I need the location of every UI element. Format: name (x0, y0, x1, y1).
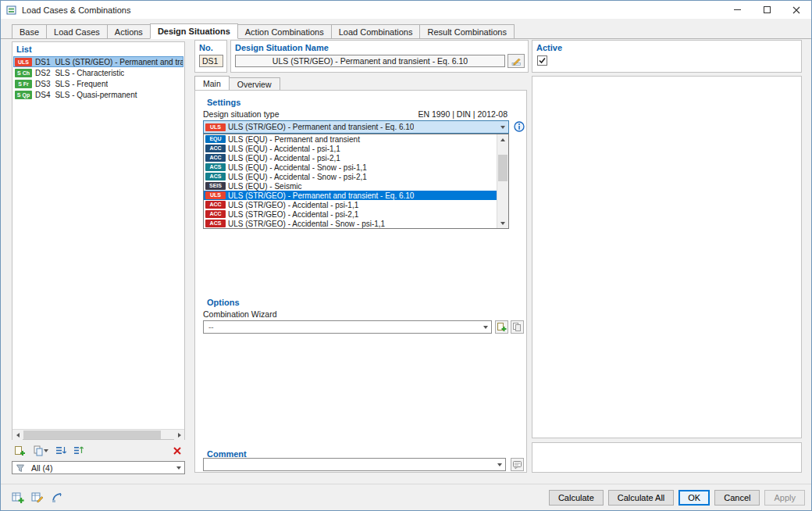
dropdown-option-3[interactable]: ACCULS (EQU) - Accidental - psi-2,1 (204, 153, 497, 163)
scroll-left-button[interactable] (12, 430, 23, 440)
design-situation-name-input[interactable]: ULS (STR/GEO) - Permanent and transient … (235, 55, 505, 67)
item-label: SLS - Characteristic (55, 69, 124, 77)
dropdown-option-6[interactable]: SEISULS (EQU) - Seismic (204, 181, 497, 191)
settings-header: Settings (203, 95, 240, 107)
vertical-scroll-thumb[interactable] (498, 155, 508, 181)
close-button[interactable] (782, 1, 811, 19)
active-box: Active (532, 40, 802, 73)
dropdown-option-9[interactable]: ACCULS (STR/GEO) - Accidental - psi-2,1 (204, 209, 497, 219)
tab-base[interactable]: Base (12, 24, 47, 38)
horizontal-scroll-thumb[interactable] (23, 431, 161, 439)
list-item-ds2[interactable]: S ChDS2SLS - Characteristic (13, 67, 183, 78)
dropdown-option-8[interactable]: ACCULS (STR/GEO) - Accidental - psi-1,1 (204, 200, 497, 209)
option-badge: ACS (205, 220, 226, 227)
list-filter-combo[interactable]: All (4) (12, 461, 185, 474)
maximize-button[interactable] (752, 1, 782, 19)
add-table-icon (11, 491, 25, 505)
tab-load-combinations[interactable]: Load Combinations (331, 24, 421, 38)
no-field[interactable]: DS1 (199, 55, 223, 67)
comment-options-button[interactable] (511, 458, 524, 471)
dropdown-scrollbar[interactable] (497, 134, 508, 228)
info-button[interactable] (514, 121, 525, 132)
tab-load-cases[interactable]: Load Cases (46, 24, 108, 38)
renumber-items-button[interactable] (71, 443, 87, 459)
dropdown-option-1[interactable]: EQUULS (EQU) - Permanent and transient (204, 134, 497, 144)
add-table-button[interactable] (10, 490, 26, 506)
design-situation-list: ULSDS1ULS (STR/GEO) - Permanent and tran… (13, 56, 183, 428)
scroll-up-button[interactable] (497, 134, 508, 145)
new-combination-wizard-button[interactable] (495, 320, 508, 334)
app-icon (6, 5, 17, 16)
item-no: DS1 (35, 58, 50, 66)
pencil-icon (511, 56, 522, 66)
list-item-ds3[interactable]: S FrDS3SLS - Frequent (13, 78, 183, 89)
tab-result-combinations[interactable]: Result Combinations (419, 24, 515, 38)
new-item-button[interactable] (12, 443, 27, 459)
filter-value: All (4) (31, 463, 176, 473)
dropdown-option-2[interactable]: ACCULS (EQU) - Accidental - psi-1,1 (204, 144, 497, 153)
calculate-all-button[interactable]: Calculate All (608, 490, 675, 506)
cancel-button[interactable]: Cancel (714, 490, 760, 506)
tab-action-combinations[interactable]: Action Combinations (237, 24, 332, 38)
category-badge: S Qp (15, 91, 32, 99)
subtab-main[interactable]: Main (194, 76, 230, 90)
preview-panel (532, 76, 802, 438)
type-dropdown-list: EQUULS (EQU) - Permanent and transientAC… (203, 134, 509, 229)
edit-list-button[interactable] (30, 490, 45, 506)
delete-icon (173, 446, 182, 456)
copy-item-button[interactable] (30, 443, 51, 459)
dropdown-option-5[interactable]: ACSULS (EQU) - Accidental - Snow - psi-2… (204, 172, 497, 181)
settings-icon (50, 491, 64, 505)
active-checkbox[interactable] (537, 55, 547, 66)
rename-button[interactable] (508, 54, 525, 68)
no-label: No. (195, 41, 226, 52)
arrow-right-icon (178, 433, 181, 438)
comment-header: Comment (203, 447, 247, 459)
list-item-ds4[interactable]: S QpDS4SLS - Quasi-permanent (13, 89, 183, 100)
option-label: ULS (EQU) - Accidental - psi-2,1 (228, 154, 340, 163)
item-no: DS3 (35, 80, 50, 88)
info-icon (514, 121, 525, 132)
tab-bar: BaseLoad CasesActionsDesign SituationsAc… (1, 23, 811, 39)
item-label: ULS (STR/GEO) - Permanent and transient … (55, 58, 183, 66)
design-situation-type-label: Design situation type (203, 109, 279, 119)
dropdown-option-10[interactable]: ACSULS (STR/GEO) - Accidental - Snow - p… (204, 219, 497, 228)
subtab-overview[interactable]: Overview (229, 77, 280, 90)
titlebar: Load Cases & Combinations (1, 1, 811, 19)
chevron-down-icon (497, 463, 502, 466)
wizard-combo-value: -- (208, 323, 214, 331)
scroll-down-button[interactable] (497, 218, 508, 228)
option-label: ULS (EQU) - Permanent and transient (228, 135, 360, 144)
maximize-icon (764, 6, 771, 13)
name-label: Design Situation Name (231, 41, 528, 52)
ok-button[interactable]: OK (678, 490, 710, 506)
checkmark-icon (538, 56, 547, 65)
minimize-button[interactable] (722, 1, 752, 19)
calculate-button[interactable]: Calculate (549, 490, 604, 506)
sort-items-button[interactable] (53, 443, 69, 459)
footer-bar: CalculateCalculate AllOKCancelApply (1, 484, 811, 510)
tab-actions[interactable]: Actions (107, 24, 151, 38)
design-situation-type-combo[interactable]: ULS ULS (STR/GEO) - Permanent and transi… (203, 120, 509, 134)
renumber-icon (73, 445, 85, 457)
edit-combination-wizard-button[interactable] (511, 320, 524, 334)
settings-button[interactable] (49, 490, 65, 506)
active-label: Active (532, 41, 801, 52)
combination-wizard-combo[interactable]: -- (203, 320, 492, 334)
tab-design-situations[interactable]: Design Situations (150, 23, 238, 39)
option-label: ULS (STR/GEO) - Permanent and transient … (228, 191, 414, 200)
type-badge: ULS (205, 123, 226, 131)
dropdown-option-4[interactable]: ACSULS (EQU) - Accidental - Snow - psi-1… (204, 163, 497, 172)
comment-combo[interactable] (203, 458, 506, 471)
list-item-ds1[interactable]: ULSDS1ULS (STR/GEO) - Permanent and tran… (13, 56, 183, 67)
option-badge: ACS (205, 173, 226, 180)
scroll-right-button[interactable] (174, 430, 184, 440)
option-badge: ACC (205, 154, 226, 162)
delete-item-button[interactable] (169, 443, 185, 459)
edit-list-icon (30, 491, 45, 505)
combination-wizard-label: Combination Wizard (203, 309, 277, 319)
apply-button[interactable]: Apply (764, 490, 805, 506)
sub-tab-bar: MainOverview (194, 76, 280, 90)
dropdown-option-7[interactable]: ULSULS (STR/GEO) - Permanent and transie… (204, 191, 497, 200)
list-horizontal-scrollbar[interactable] (12, 429, 184, 439)
